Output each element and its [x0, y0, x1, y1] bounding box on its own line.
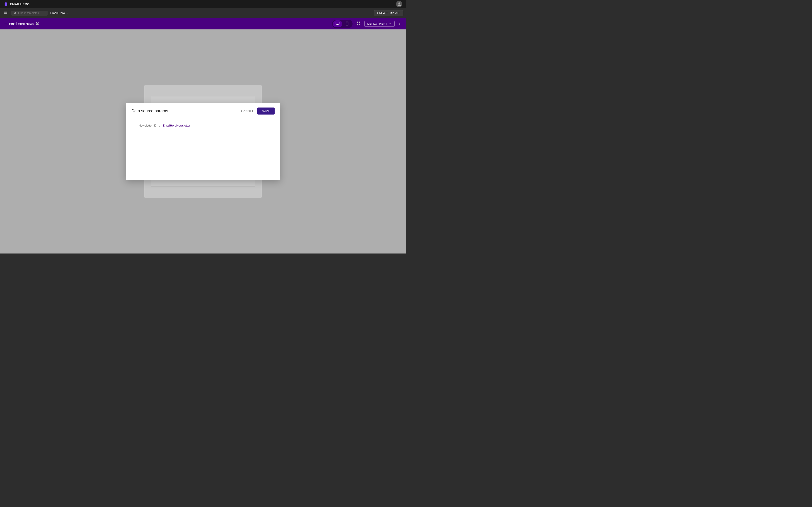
dialog-body: Newsletter ID : EmailHeroNewsletter [126, 118, 280, 180]
app-title: EMAILHERO [10, 2, 30, 6]
grid-icon [356, 21, 361, 25]
cancel-button[interactable]: CANCEL [240, 108, 255, 114]
grid-icon-btn[interactable] [355, 20, 362, 27]
menu-icon [4, 11, 8, 15]
search-icon [14, 11, 17, 15]
template-name-nav: Email Hero [50, 11, 209, 15]
person-icon [397, 2, 401, 6]
toolbar-right: DEPLOYMENT [355, 20, 402, 27]
param-value: EmailHeroNewsletter [163, 124, 190, 127]
chevron-down-icon [389, 22, 392, 25]
deployment-button[interactable]: DEPLOYMENT [364, 21, 395, 27]
mobile-icon [345, 21, 349, 25]
dialog-actions: CANCEL SAVE [240, 108, 274, 115]
search-input[interactable] [18, 11, 45, 15]
dialog-title: Data source params [132, 109, 168, 113]
nav-bar: Email Hero + NEW TEMPLATE [0, 8, 406, 18]
new-template-button[interactable]: + NEW TEMPLATE [374, 10, 403, 16]
save-button[interactable]: SAVE [257, 108, 274, 115]
app-logo[interactable]: EMAILHERO [4, 2, 30, 6]
mobile-view-btn[interactable] [342, 20, 352, 27]
chevron-down-icon [66, 11, 69, 15]
avatar[interactable] [396, 1, 402, 7]
view-toggle [332, 20, 353, 28]
desktop-view-btn[interactable] [333, 20, 342, 27]
param-separator: : [159, 124, 160, 127]
back-button[interactable]: ← Email Hero News [4, 21, 39, 26]
logo-icon [4, 2, 8, 6]
param-label: Newsletter ID [132, 124, 156, 127]
app-bar: EMAILHERO [0, 0, 406, 8]
menu-icon-btn[interactable] [3, 10, 9, 16]
template-title: Email Hero News [9, 22, 34, 25]
editor-area: Data source params CANCEL SAVE Newslette… [0, 30, 406, 253]
param-row: Newsletter ID : EmailHeroNewsletter [132, 124, 274, 127]
editor-toolbar: ← Email Hero News DEPLOYMENT [0, 18, 406, 30]
more-vert-icon [397, 21, 402, 26]
external-link-icon[interactable] [36, 22, 39, 26]
nav-search-box[interactable] [11, 11, 48, 16]
dialog-header: Data source params CANCEL SAVE [126, 103, 280, 118]
data-source-params-dialog: Data source params CANCEL SAVE Newslette… [126, 103, 280, 180]
more-options-btn[interactable] [397, 21, 402, 27]
modal-overlay: Data source params CANCEL SAVE Newslette… [0, 30, 406, 253]
back-arrow-icon: ← [4, 21, 8, 26]
desktop-icon [336, 21, 340, 25]
